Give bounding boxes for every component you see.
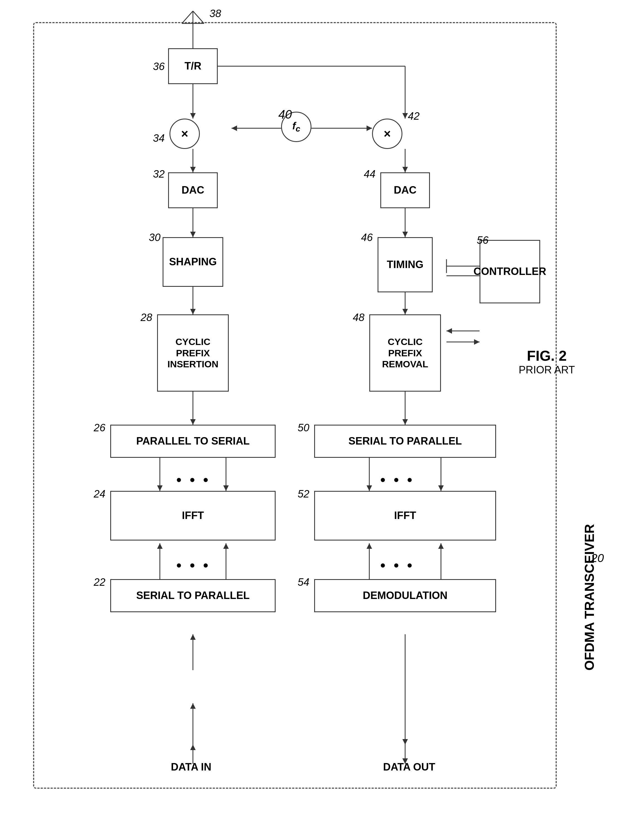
ref-26: 26	[94, 422, 105, 434]
ref-50: 50	[298, 422, 309, 434]
parallel-to-serial-block: PARALLEL TO SERIAL	[110, 425, 276, 458]
data-in-arrow	[189, 744, 197, 770]
dots-left-lower: • • •	[176, 557, 211, 573]
data-out-arrow	[401, 744, 409, 770]
cyclic-prefix-insertion-block: CYCLIC PREFIX INSERTION	[157, 314, 229, 392]
ref-30: 30	[149, 232, 160, 244]
serial-to-parallel-left-block: SERIAL TO PARALLEL	[110, 579, 276, 612]
ref-38: 38	[209, 8, 221, 19]
cyclic-prefix-removal-label: CYCLIC PREFIX REMOVAL	[382, 336, 428, 370]
cyclic-prefix-insertion-label: CYCLIC PREFIX INSERTION	[167, 336, 218, 370]
ref-52: 52	[298, 488, 309, 500]
ref-34: 34	[153, 132, 164, 144]
ref-20: 20	[591, 551, 604, 565]
multiplier-left: ×	[169, 118, 200, 149]
ref-40: 40	[278, 108, 292, 121]
dots-left-upper: • • •	[176, 472, 211, 488]
svg-marker-62	[402, 758, 408, 764]
figure-title: FIG. 2	[527, 348, 567, 364]
dots-right-upper: • • •	[380, 472, 414, 488]
ref-48: 48	[353, 311, 364, 323]
figure-label: FIG. 2 PRIOR ART	[519, 347, 575, 376]
dac-right-block: DAC	[380, 172, 430, 208]
serial-to-parallel-right-block: SERIAL TO PARALLEL	[314, 425, 496, 458]
ref-36: 36	[153, 61, 164, 72]
timing-block: TIMING	[378, 237, 433, 292]
figure-subtitle: PRIOR ART	[519, 364, 575, 376]
ifft-left-block: IFFT	[110, 491, 276, 541]
dots-right-lower: • • •	[380, 557, 414, 573]
multiplier-right: ×	[372, 118, 402, 149]
antenna-symbol	[176, 8, 209, 30]
ref-44: 44	[364, 168, 375, 180]
ref-28: 28	[141, 311, 152, 323]
svg-line-56	[182, 11, 193, 24]
ofdma-transceiver-label: OFDMA TRANSCEIVER	[582, 524, 597, 671]
oscillator-label: fc	[292, 120, 301, 133]
ref-56: 56	[477, 234, 488, 246]
dac-left-block: DAC	[168, 172, 218, 208]
ref-24: 24	[94, 488, 105, 500]
ref-46: 46	[361, 232, 372, 244]
ref-42: 42	[408, 110, 419, 122]
shaping-block: SHAPING	[163, 237, 223, 287]
ref-54: 54	[298, 576, 309, 588]
page: 38 T/R 36 × 34 fc 40 × 42 DAC 32 DAC 44 …	[0, 0, 619, 840]
controller-block: CONTROLLER	[480, 240, 540, 303]
svg-line-57	[193, 11, 204, 24]
tr-switch-block: T/R	[168, 48, 218, 84]
cyclic-prefix-removal-block: CYCLIC PREFIX REMOVAL	[369, 314, 441, 392]
demodulation-block: DEMODULATION	[314, 579, 496, 612]
ref-22: 22	[94, 576, 105, 588]
ref-32: 32	[153, 168, 164, 180]
svg-marker-60	[190, 744, 196, 750]
ifft-right-block: IFFT	[314, 491, 496, 541]
